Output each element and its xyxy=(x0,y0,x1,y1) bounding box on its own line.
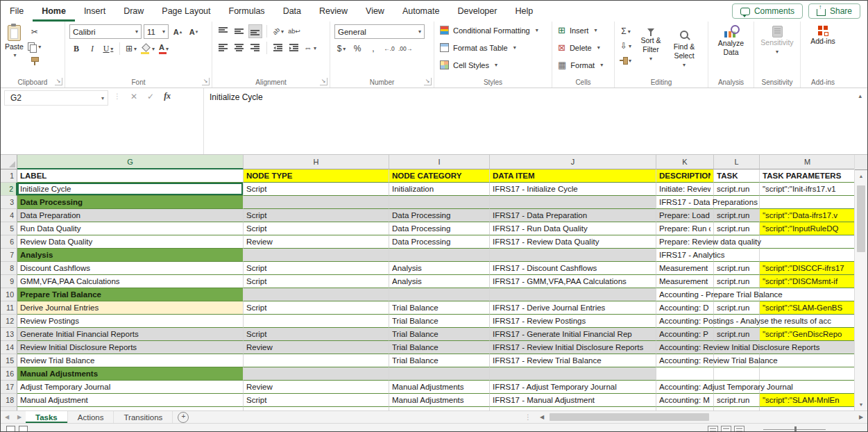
analyze-data-button[interactable]: Analyze Data xyxy=(708,22,754,72)
accessibility-icon[interactable] xyxy=(19,426,28,431)
wrap-text-button[interactable]: ab↩ xyxy=(287,24,301,38)
cell-G2[interactable]: Initialize Cycle xyxy=(17,183,244,196)
clipboard-dialog-launcher[interactable]: ↘ xyxy=(55,78,62,85)
cell-K13[interactable]: Accounting: P xyxy=(656,328,714,341)
row-header-14[interactable]: 14 xyxy=(1,341,17,354)
row-header-11[interactable]: 11 xyxy=(1,301,17,315)
cell-J11[interactable]: IFRS17 - Derive Journal Entries xyxy=(490,301,656,315)
tab-splitter-icon[interactable]: ⋮ xyxy=(520,411,536,423)
align-right-button[interactable] xyxy=(248,41,262,55)
cell-I12[interactable]: Trial Balance xyxy=(389,315,490,328)
cell-M1[interactable]: TASK PARAMETERS xyxy=(760,169,854,183)
sort-filter-button[interactable]: Sort & Filter ▾ xyxy=(636,24,666,74)
column-header-I[interactable]: I xyxy=(389,155,490,169)
cell-G13[interactable]: Generate Initial Financial Reports xyxy=(17,328,244,341)
macro-record-icon[interactable] xyxy=(6,426,15,431)
cell-G3[interactable]: Data Processing xyxy=(17,196,244,209)
cancel-button[interactable]: ✕ xyxy=(130,92,137,101)
font-size-select[interactable]: 11 ▾ xyxy=(144,24,169,39)
cell-I17[interactable]: Manual Adjustments xyxy=(389,381,490,394)
cell-M11[interactable]: "script":"SLAM-GenBS xyxy=(760,301,854,315)
cell-M16[interactable] xyxy=(760,367,854,381)
sheet-nav-right-icon[interactable]: ▶ xyxy=(13,411,26,423)
vertical-scroll-thumb[interactable] xyxy=(857,185,865,252)
horizontal-scroll-thumb[interactable] xyxy=(550,413,709,421)
row-header-7[interactable]: 7 xyxy=(1,249,17,262)
cell-K8[interactable]: Measurement xyxy=(656,262,714,275)
cell-H3[interactable] xyxy=(244,196,389,209)
cell-H14[interactable]: Review xyxy=(244,341,389,354)
normal-view-icon[interactable] xyxy=(708,426,718,431)
row-header-12[interactable]: 12 xyxy=(1,315,17,328)
cell-H13[interactable]: Script xyxy=(244,328,389,341)
cell-G11[interactable]: Derive Journal Entries xyxy=(17,301,244,315)
cell-styles-button[interactable]: Cell Styles ▾ xyxy=(434,56,552,74)
cell-H7[interactable] xyxy=(244,249,389,262)
merge-center-button[interactable]: ⇔▾ xyxy=(303,41,317,55)
tab-help[interactable]: Help xyxy=(506,1,542,22)
scroll-up-icon[interactable]: ▲ xyxy=(855,170,867,182)
insert-function-button[interactable]: fx xyxy=(164,91,171,101)
cell-K11[interactable]: Accounting: D xyxy=(656,301,714,315)
cell-H17[interactable]: Review xyxy=(244,381,389,394)
row-header-8[interactable]: 8 xyxy=(1,262,17,275)
cell-G8[interactable]: Discount Cashflows xyxy=(17,262,244,275)
vertical-scrollbar[interactable]: ▲ ▼ xyxy=(854,155,867,410)
cell-K17[interactable]: Accounting: Adjust Temporary Journal xyxy=(656,381,714,394)
column-header-K[interactable]: K xyxy=(656,155,714,169)
cell-M13[interactable]: "script":"GenDiscRepo xyxy=(760,328,854,341)
column-header-M[interactable]: M xyxy=(760,155,856,169)
enter-button[interactable]: ✓ xyxy=(147,92,154,101)
cell-L16[interactable] xyxy=(714,367,760,381)
cell-H1[interactable]: NODE TYPE xyxy=(244,169,389,183)
cell-H12[interactable] xyxy=(244,315,389,328)
cell-K4[interactable]: Prepare: Load xyxy=(656,209,714,222)
number-format-select[interactable]: General ▾ xyxy=(334,24,425,39)
scroll-down-icon[interactable]: ▼ xyxy=(855,399,867,410)
cell-H5[interactable]: Script xyxy=(244,222,389,235)
cell-J14[interactable]: IFRS17 - Review Initial Disclosure Repor… xyxy=(490,341,656,354)
cell-G7[interactable]: Analysis xyxy=(17,249,244,262)
cell-H2[interactable]: Script xyxy=(244,183,389,196)
cell-J18[interactable]: IFRS17 - Manual Adjustment xyxy=(490,394,656,407)
format-painter-button[interactable] xyxy=(28,54,42,68)
underline-button[interactable]: U▾ xyxy=(101,42,115,56)
cell-I11[interactable]: Trial Balance xyxy=(389,301,490,315)
name-box[interactable]: G2 ▾ xyxy=(4,90,108,106)
cell-J16[interactable] xyxy=(490,367,656,381)
row-header-2[interactable]: 2 xyxy=(1,183,17,196)
cell-H6[interactable]: Review xyxy=(244,235,389,249)
cell-I8[interactable]: Analysis xyxy=(389,262,490,275)
cell-I10[interactable] xyxy=(389,288,490,301)
cell-I7[interactable] xyxy=(389,249,490,262)
tab-data[interactable]: Data xyxy=(274,1,310,22)
format-as-table-button[interactable]: Format as Table ▾ xyxy=(434,39,552,56)
alignment-dialog-launcher[interactable]: ↘ xyxy=(320,78,327,85)
cell-J13[interactable]: IFRS17 - Generate Initial Financial Rep xyxy=(490,328,656,341)
fill-button[interactable]: ⇩▾ xyxy=(619,39,633,53)
find-select-button[interactable]: Find & Select ▾ xyxy=(669,24,699,74)
cell-J8[interactable]: IFRS17 - Discount Cashflows xyxy=(490,262,656,275)
formula-input[interactable]: Initialize Cycle xyxy=(210,92,846,102)
tab-developer[interactable]: Developer xyxy=(448,1,506,22)
comma-style-button[interactable]: , xyxy=(366,42,380,56)
cell-J2[interactable]: IFRS17 - Initialize Cycle xyxy=(490,183,656,196)
top-align-button[interactable] xyxy=(216,24,230,38)
tab-file[interactable]: File xyxy=(1,1,33,22)
number-dialog-launcher[interactable]: ↘ xyxy=(424,78,432,85)
cell-J4[interactable]: IFRS17 - Data Preparation xyxy=(490,209,656,222)
row-header-5[interactable]: 5 xyxy=(1,222,17,235)
cell-J6[interactable]: IFRS17 - Review Data Quality xyxy=(490,235,656,249)
middle-align-button[interactable] xyxy=(232,24,246,38)
cell-M8[interactable]: "script":"DISCCF-ifrs17 xyxy=(760,262,854,275)
new-sheet-button[interactable]: + xyxy=(173,411,194,423)
row-header-16[interactable]: 16 xyxy=(1,367,17,381)
increase-indent-button[interactable] xyxy=(287,41,301,55)
row-header-15[interactable]: 15 xyxy=(1,354,17,367)
tab-formulas[interactable]: Formulas xyxy=(220,1,274,22)
cell-L5[interactable]: script.run xyxy=(714,222,760,235)
sheet-tab-tasks[interactable]: Tasks xyxy=(26,411,68,423)
page-break-view-icon[interactable] xyxy=(734,426,744,431)
comments-button[interactable]: Comments xyxy=(732,3,803,19)
font-color-button[interactable]: A▾ xyxy=(157,42,171,56)
